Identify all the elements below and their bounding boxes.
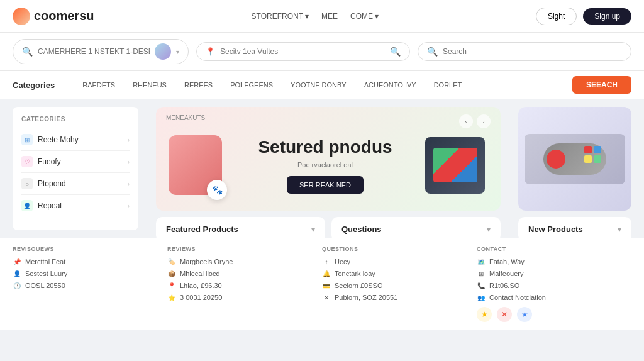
search-button[interactable]: SEEACH — [572, 76, 631, 94]
footer-item: 🗺️ Fatah, Way — [477, 257, 619, 266]
right-product-device — [525, 134, 625, 184]
tab-rheneus[interactable]: RHENEUS — [124, 77, 175, 92]
footer-item: 📞 R1t06.SO — [477, 281, 619, 290]
sidebar-item-left: ○ Ptopond — [21, 178, 66, 189]
tab-yootne[interactable]: YOOTNE DONBY — [282, 77, 355, 92]
bell-icon: 🔔 — [322, 269, 331, 278]
footer-col-title: QUESTIONS — [322, 246, 464, 252]
arrow-icon: ↑ — [322, 257, 331, 266]
location-icon: 📍 — [167, 281, 176, 290]
social-star-icon[interactable]: ★ — [477, 307, 492, 322]
footer-item-text: Fatah, Way — [489, 258, 525, 265]
new-products-tab[interactable]: New Products ▾ — [518, 217, 631, 242]
chevron-right-icon: › — [128, 181, 130, 187]
sidebar-item-ptopond[interactable]: ○ Ptopond › — [21, 173, 130, 195]
user-icon: 👤 — [21, 200, 33, 211]
nav-storefront[interactable]: STOREFRONT ▾ — [252, 12, 309, 21]
footer-item-text: R1t06.SO — [489, 282, 519, 289]
location-search-box[interactable]: 📍 🔍 — [196, 42, 410, 61]
banner-product-left: 🐾 — [169, 135, 225, 195]
search-bar: 🔍 ▾ 📍 🔍 🔍 — [0, 33, 644, 71]
category-tabs: RAEDETS RHENEUS REREES POLEGEENS YOOTNE … — [74, 77, 572, 92]
footer-item-text: Sestest Luury — [25, 270, 67, 277]
featured-products-label: Featured Products — [166, 225, 238, 234]
sidebar-item-left: 👤 Repeal — [21, 200, 62, 211]
sidebar-item-fueofy[interactable]: ♡ Fueofy › — [21, 151, 130, 173]
box-icon: 📦 — [167, 269, 176, 278]
bottom-tabs: Featured Products ▾ Questions ▾ — [156, 217, 501, 242]
nav-come[interactable]: COME ▾ — [350, 12, 379, 21]
footer-item: ✕ Publorn, SOZ 20551 — [322, 293, 464, 302]
chevron-down-icon: ▾ — [375, 12, 379, 21]
product-image-right — [425, 137, 485, 194]
banner-navigation: ‹ › — [459, 114, 491, 128]
search-icon: 🔍 — [390, 47, 401, 57]
tab-dorlet[interactable]: DORLET — [425, 77, 471, 92]
sidebar-item-repeal[interactable]: 👤 Repeal › — [21, 195, 130, 216]
avatar — [155, 43, 171, 60]
footer: REVISOUEWS 📌 Mercttal Feat 👤 Sestest Luu… — [0, 238, 644, 330]
small-product-badge: 🐾 — [207, 180, 227, 200]
tab-rerees[interactable]: REREES — [175, 77, 221, 92]
footer-item-text: Mhlecal llocd — [180, 270, 220, 277]
footer-item-text: Margbeels Oryhe — [180, 258, 233, 265]
banner: MENEAKUTS ‹ › 🐾 Setured pnodus Poe rvacl… — [156, 107, 501, 211]
color-cell-green — [594, 155, 601, 163]
nav-mee-label: MEE — [321, 12, 338, 21]
sight-button[interactable]: Sight — [536, 8, 577, 25]
chevron-right-icon: › — [128, 203, 130, 209]
chevron-right-icon: › — [128, 158, 130, 165]
questions-tab[interactable]: Questions ▾ — [331, 217, 501, 242]
banner-title: Setured pnodus — [231, 136, 419, 158]
tab-polegeens[interactable]: POLEGEENS — [221, 77, 282, 92]
color-cell-red — [584, 146, 592, 153]
banner-cta-button[interactable]: SER REAK NED — [287, 176, 364, 194]
nav-storefront-label: STOREFRONT — [252, 12, 303, 21]
card-icon: 💳 — [322, 281, 331, 290]
sidebar-item-label: Reete Mohy — [38, 135, 79, 144]
footer-item-text: 3 0031 20250 — [180, 294, 222, 301]
social-x-icon[interactable]: ✕ — [497, 307, 512, 322]
categories-title: Categories — [13, 81, 55, 90]
main-search-input[interactable] — [38, 47, 150, 56]
footer-item-text: Contact Notciation — [489, 294, 546, 301]
footer-col-reviews: REVIEWS 🏷️ Margbeels Oryhe 📦 Mhlecal llo… — [167, 246, 322, 322]
phone-icon: 📞 — [477, 281, 486, 290]
sidebar-item-left: ⊞ Reete Mohy — [21, 134, 79, 145]
banner-prev-icon[interactable]: ‹ — [459, 114, 473, 128]
footer-item: 🕐 OOSL 20550 — [13, 281, 155, 290]
sidebar-item-reete[interactable]: ⊞ Reete Mohy › — [21, 129, 130, 151]
featured-products-tab[interactable]: Featured Products ▾ — [156, 217, 325, 242]
chevron-down-icon: ▾ — [618, 225, 621, 234]
secondary-search-box[interactable]: 🔍 — [418, 42, 631, 61]
logo-text: coomersu — [34, 9, 94, 23]
logo[interactable]: coomersu — [13, 8, 94, 25]
x-icon: ✕ — [322, 293, 331, 302]
signup-button[interactable]: Sign up — [583, 8, 631, 25]
red-button — [547, 150, 565, 169]
social-blue-star-icon[interactable]: ★ — [517, 307, 532, 322]
footer-item: 🔔 Tonctark loay — [322, 269, 464, 278]
sidebar-item-label: Repeal — [38, 201, 62, 210]
chevron-down-icon: ▾ — [176, 48, 179, 55]
sidebar-item-label: Ptopond — [38, 179, 66, 188]
tab-raedets[interactable]: RAEDETS — [74, 77, 124, 92]
nav-mee[interactable]: MEE — [321, 12, 338, 21]
search-icon: 🔍 — [427, 47, 438, 57]
sidebar-item-left: ♡ Fueofy — [21, 156, 61, 167]
banner-tag: MENEAKUTS — [166, 114, 205, 121]
location-search-input[interactable] — [220, 47, 385, 56]
right-panel: New Products ▾ — [518, 107, 631, 230]
main-search-box[interactable]: 🔍 ▾ — [13, 39, 189, 64]
footer-item: 📌 Mercttal Feat — [13, 257, 155, 266]
footer-item-text: Lhlao, £96.30 — [180, 282, 222, 289]
footer-item: ⭐ 3 0031 20250 — [167, 293, 309, 302]
secondary-search-input[interactable] — [443, 47, 622, 56]
footer-item-text: Maifeouery — [489, 270, 523, 277]
banner-next-icon[interactable]: › — [477, 114, 491, 128]
right-product-image — [518, 107, 631, 211]
footer-item: ⊞ Maifeouery — [477, 269, 619, 278]
tab-acueonto[interactable]: ACUEONTO IVY — [355, 77, 425, 92]
banner-product-right — [425, 137, 488, 194]
circle-icon: ○ — [21, 178, 33, 189]
